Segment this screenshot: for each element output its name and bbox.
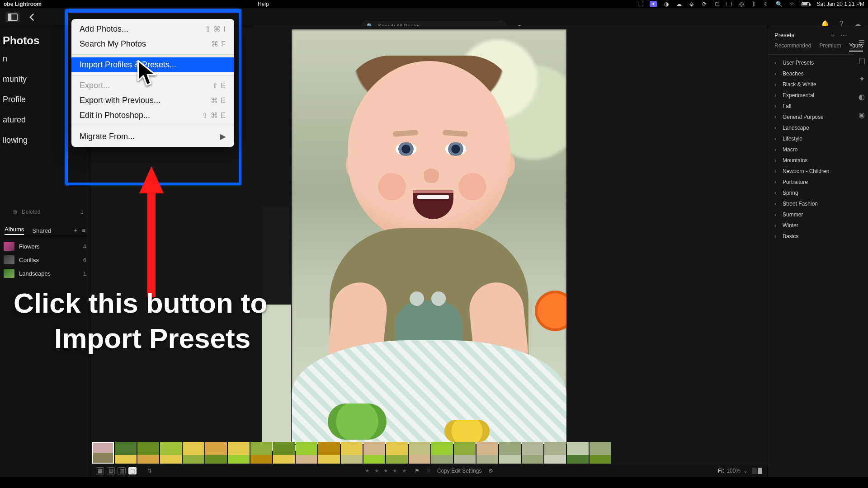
filmstrip-thumb[interactable] — [341, 442, 363, 464]
filter-albums-icon[interactable]: ≡ — [82, 227, 85, 234]
preset-group[interactable]: ›Beaches — [771, 68, 851, 79]
creative-cloud-icon[interactable]: ✦ — [650, 1, 657, 7]
view-detail-icon[interactable]: ▢ — [128, 467, 137, 474]
display-icon[interactable] — [726, 2, 732, 6]
view-compare-icon[interactable]: ▥ — [118, 467, 126, 474]
chevron-right-icon: › — [774, 157, 779, 164]
preset-group[interactable]: ›Landscape — [771, 122, 851, 133]
deleted-row[interactable]: 🗑 Deleted 1 — [0, 207, 90, 217]
dropbox-icon[interactable]: ⬙ — [689, 1, 695, 7]
panel-toggle-icon[interactable] — [5, 12, 20, 22]
preset-group[interactable]: ›User Presets — [771, 57, 851, 68]
filmstrip-thumb[interactable] — [363, 442, 385, 464]
albums-tab[interactable]: Albums — [5, 226, 24, 235]
preset-group-label: Portraiture — [783, 179, 808, 185]
preset-group[interactable]: ›Lifestyle — [771, 133, 851, 144]
filmstrip-thumb[interactable] — [409, 442, 430, 464]
filmstrip-thumb[interactable] — [228, 442, 250, 464]
filmstrip-thumb[interactable] — [273, 442, 295, 464]
filmstrip-thumb[interactable] — [160, 442, 182, 464]
screenrec-icon[interactable] — [638, 2, 643, 6]
preset-group-label: Winter — [783, 222, 798, 229]
wifi-icon[interactable]: ⌔ — [789, 1, 795, 7]
add-album-icon[interactable]: + — [74, 227, 77, 234]
menu-item-export-with-previous[interactable]: Export with Previous...⌘ E — [71, 93, 234, 108]
preset-group[interactable]: ›Winter — [771, 220, 851, 231]
filmstrip-thumb[interactable] — [544, 442, 566, 464]
filmstrip-thumb[interactable] — [183, 442, 204, 464]
preset-group[interactable]: ›Macro — [771, 144, 851, 155]
redeye-icon[interactable]: ◉ — [857, 110, 866, 119]
filmstrip-thumb[interactable] — [590, 442, 611, 464]
album-row[interactable]: Landscapes1 — [4, 269, 86, 278]
filmstrip-thumb[interactable] — [386, 442, 408, 464]
heal-icon[interactable]: ✦ — [857, 74, 866, 83]
preset-group[interactable]: ›Fall — [771, 101, 851, 112]
menubar-clock[interactable]: Sat Jan 20 1:21 PM — [817, 1, 864, 7]
menu-item-migrate-from[interactable]: Migrate From...▶ — [71, 129, 234, 144]
flag-pick-icon[interactable]: ⚑ — [415, 468, 420, 474]
menu-help[interactable]: Help — [258, 1, 269, 7]
battery-icon[interactable] — [802, 2, 810, 6]
filmstrip-thumb[interactable] — [115, 442, 137, 464]
moon-icon[interactable]: ☾ — [764, 1, 770, 7]
back-icon[interactable] — [26, 12, 38, 22]
airdrop-icon[interactable]: ◎ — [738, 1, 745, 7]
mask-icon[interactable]: ◐ — [857, 92, 866, 101]
filmstrip-thumb[interactable] — [318, 442, 340, 464]
presets-tab-recommended[interactable]: Recommended — [774, 42, 811, 52]
preset-group[interactable]: ›Black & White — [771, 79, 851, 90]
filmstrip-thumb[interactable] — [522, 442, 543, 464]
sort-icon[interactable]: ⇅ — [147, 468, 152, 474]
view-grid-icon[interactable]: ▦ — [96, 467, 104, 474]
preset-group[interactable]: ›Summer — [771, 209, 851, 220]
filmstrip[interactable] — [92, 442, 763, 464]
edit-sliders-icon[interactable]: ☰ — [857, 38, 866, 47]
preset-group[interactable]: ›Street Fashion — [771, 198, 851, 209]
preset-group[interactable]: ›Spring — [771, 188, 851, 198]
filmstrip-thumb[interactable] — [476, 442, 498, 464]
rating-stars[interactable]: ★ ★ ★ ★ ★ — [365, 468, 408, 474]
filmstrip-thumb[interactable] — [92, 442, 114, 464]
zoom-fit[interactable]: Fit 100% ⌄ — [718, 468, 748, 474]
preset-group[interactable]: ›General Purpose — [771, 112, 851, 122]
menu-item-edit-in-photoshop[interactable]: Edit in Photoshop...⇧ ⌘ E — [71, 108, 234, 123]
preset-group[interactable]: ›Portraiture — [771, 177, 851, 188]
filmstrip-thumb[interactable] — [250, 442, 272, 464]
filmstrip-thumb[interactable] — [454, 442, 476, 464]
filmstrip-thumb[interactable] — [431, 442, 453, 464]
album-count: 6 — [83, 257, 86, 263]
before-after-icon[interactable] — [752, 468, 762, 474]
add-preset-icon[interactable]: + — [831, 31, 835, 39]
vpn-icon[interactable]: ⬡ — [714, 1, 720, 7]
filmstrip-thumb[interactable] — [499, 442, 521, 464]
view-modes: ▦ ▤ ▥ ▢ — [96, 467, 137, 474]
shared-tab[interactable]: Shared — [32, 227, 51, 234]
preset-group[interactable]: ›Mountains — [771, 155, 851, 166]
preset-group[interactable]: ›Experimental — [771, 90, 851, 101]
view-masonry-icon[interactable]: ▤ — [107, 467, 115, 474]
main-photo[interactable] — [291, 29, 567, 445]
preset-group[interactable]: ›Basics — [771, 231, 851, 242]
preset-more-icon[interactable]: ⋯ — [840, 31, 847, 39]
settings-gear-icon[interactable]: ⚙ — [488, 468, 493, 474]
copy-edit-settings[interactable]: Copy Edit Settings — [437, 468, 482, 474]
album-row[interactable]: Gorillas6 — [4, 255, 86, 264]
flag-reject-icon[interactable]: ⚐ — [426, 468, 431, 474]
spotlight-icon[interactable]: 🔍 — [776, 1, 783, 7]
menu-item-add-photos[interactable]: Add Photos...⇧ ⌘ I — [71, 22, 234, 37]
filmstrip-thumb[interactable] — [205, 442, 227, 464]
preset-group-label: User Presets — [783, 60, 814, 66]
figma-icon[interactable]: ◑ — [663, 1, 670, 7]
album-row[interactable]: Flowers4 — [4, 242, 86, 251]
filmstrip-thumb[interactable] — [296, 442, 317, 464]
menu-item-search-my-photos[interactable]: Search My Photos⌘ F — [71, 37, 234, 52]
cloud-icon[interactable]: ☁ — [676, 1, 682, 7]
presets-tab-premium[interactable]: Premium — [819, 42, 841, 52]
sync-icon[interactable]: ⟳ — [701, 1, 708, 7]
crop-icon[interactable]: ◫ — [857, 56, 866, 65]
preset-group[interactable]: ›Newborn - Children — [771, 166, 851, 177]
bluetooth-icon[interactable]: ᛒ — [751, 1, 757, 7]
filmstrip-thumb[interactable] — [137, 442, 159, 464]
filmstrip-thumb[interactable] — [567, 442, 589, 464]
